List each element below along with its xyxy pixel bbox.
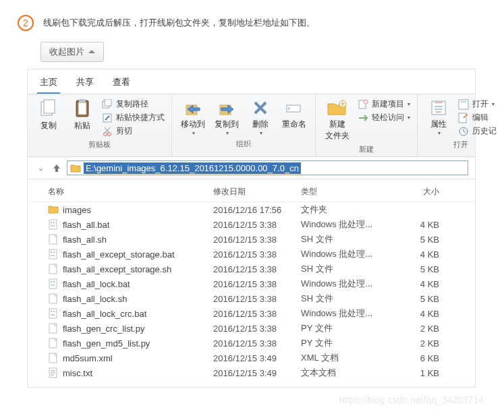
ribbon-group-open: 属性▾ 打开▾ 编辑 历史记 打开 xyxy=(418,94,503,156)
file-date: 2016/12/15 3:38 xyxy=(213,324,301,334)
svg-rect-18 xyxy=(49,220,57,229)
file-row[interactable]: flash_all.sh2016/12/15 3:38SH 文件5 KB xyxy=(28,232,475,247)
file-size: 5 KB xyxy=(385,294,439,304)
svg-point-27 xyxy=(51,281,52,282)
file-row[interactable]: flash_gen_crc_list.py2016/12/15 3:38PY 文… xyxy=(28,321,475,336)
svg-rect-1 xyxy=(44,100,55,113)
open-icon xyxy=(458,99,469,110)
address-field[interactable]: E:\gemini_images_6.12.15_20161215.0000.0… xyxy=(67,160,468,175)
delete-button[interactable]: 删除▾ xyxy=(245,97,276,138)
edit-button[interactable]: 编辑 xyxy=(458,112,497,123)
open-button[interactable]: 打开▾ xyxy=(458,98,497,110)
move-to-icon xyxy=(184,98,202,117)
file-explorer-window: 主页 共享 查看 复制 粘贴 复制路径 xyxy=(27,69,476,388)
file-row[interactable]: md5sum.xml2016/12/15 3:49XML 文档6 KB xyxy=(28,351,475,365)
file-row[interactable]: flash_all_lock.sh2016/12/15 3:38SH 文件5 K… xyxy=(28,291,475,306)
file-type-icon xyxy=(48,293,59,304)
ribbon-group-organize: 移动到▾ 复制到▾ 删除▾ 重命名 组织 xyxy=(172,94,316,156)
nav-chevron-down-icon[interactable]: ⌄ xyxy=(34,162,47,174)
file-row[interactable]: images2016/12/16 17:56文件夹 xyxy=(28,202,475,217)
copy-button[interactable]: 复制 xyxy=(33,97,64,133)
file-type: Windows 批处理... xyxy=(301,307,385,320)
file-date: 2016/12/15 3:38 xyxy=(213,264,301,274)
collapse-image-button[interactable]: 收起图片 xyxy=(40,42,104,62)
move-to-button[interactable]: 移动到▾ xyxy=(177,97,208,138)
delete-icon xyxy=(251,98,270,117)
rename-button[interactable]: 重命名 xyxy=(279,97,310,131)
column-header-name[interactable]: 名称 xyxy=(48,186,213,198)
ribbon-group-label-open: 打开 xyxy=(453,138,468,150)
file-type-icon xyxy=(48,234,59,245)
file-row[interactable]: misc.txt2016/12/15 3:49文本文档1 KB xyxy=(28,365,475,380)
new-item-icon xyxy=(358,99,368,110)
watermark-text: https://blog.csdn.net/qq_34203714 xyxy=(0,394,504,405)
file-type: PY 文件 xyxy=(301,322,385,334)
tab-home[interactable]: 主页 xyxy=(37,73,60,94)
file-row[interactable]: flash_all_lock.bat2016/12/15 3:38Windows… xyxy=(28,276,475,291)
file-date: 2016/12/15 3:38 xyxy=(213,249,301,260)
file-type: 文本文档 xyxy=(301,367,385,379)
file-row[interactable]: flash_all_except_storage.bat2016/12/15 3… xyxy=(28,247,475,262)
column-header-size[interactable]: 大小 xyxy=(385,186,439,198)
file-row[interactable]: flash_gen_md5_list.py2016/12/15 3:38PY 文… xyxy=(28,336,475,351)
nav-up-button[interactable] xyxy=(51,162,63,174)
tab-view[interactable]: 查看 xyxy=(110,73,133,94)
file-name: flash_all_lock_crc.bat xyxy=(63,309,146,319)
tab-share[interactable]: 共享 xyxy=(74,73,96,94)
file-name: flash_all.sh xyxy=(63,235,107,245)
cut-icon xyxy=(102,126,113,137)
file-row[interactable]: flash_all.bat2016/12/15 3:38Windows 批处理.… xyxy=(28,217,475,232)
svg-rect-22 xyxy=(49,249,57,259)
svg-point-31 xyxy=(51,311,52,312)
file-type: SH 文件 xyxy=(301,293,385,305)
easy-access-button[interactable]: 轻松访问▾ xyxy=(358,112,410,123)
paste-shortcut-button[interactable]: 粘贴快捷方式 xyxy=(102,112,165,123)
svg-rect-6 xyxy=(105,99,111,106)
paste-icon xyxy=(73,98,92,119)
column-header-type[interactable]: 类型 xyxy=(301,186,385,198)
ribbon-group-new: 新建 文件夹 新建项目▾ 轻松访问▾ 新建 xyxy=(316,94,418,156)
history-button[interactable]: 历史记 xyxy=(458,125,497,137)
svg-rect-35 xyxy=(49,353,57,363)
file-type-icon xyxy=(48,278,59,289)
svg-rect-30 xyxy=(49,309,57,318)
file-size: 5 KB xyxy=(385,235,439,245)
file-type-icon xyxy=(48,219,59,230)
svg-point-8 xyxy=(104,132,107,136)
copy-icon xyxy=(39,98,58,119)
file-size: 4 KB xyxy=(385,279,439,289)
folder-icon xyxy=(70,163,81,173)
paste-button[interactable]: 粘贴 xyxy=(67,97,98,133)
column-header-date[interactable]: 修改日期 xyxy=(213,186,301,198)
step-instruction-text: 线刷包下载完成后解压，打开线刷包文件夹，复制地址栏地址如下图。 xyxy=(43,17,315,29)
arrow-up-icon xyxy=(52,163,61,173)
file-row[interactable]: flash_all_except_storage.sh2016/12/15 3:… xyxy=(28,262,475,276)
file-name: flash_gen_crc_list.py xyxy=(63,324,144,334)
file-size: 2 KB xyxy=(385,324,439,334)
file-date: 2016/12/16 17:56 xyxy=(213,205,301,215)
file-date: 2016/12/15 3:38 xyxy=(213,235,301,245)
svg-rect-29 xyxy=(49,294,57,303)
file-type-icon xyxy=(48,367,59,378)
new-item-button[interactable]: 新建项目▾ xyxy=(358,98,410,110)
copy-path-button[interactable]: 复制路径 xyxy=(102,98,165,110)
svg-rect-16 xyxy=(459,113,466,123)
file-row[interactable]: flash_all_lock_crc.bat2016/12/15 3:38Win… xyxy=(28,306,475,321)
svg-rect-3 xyxy=(78,102,86,115)
file-type-icon xyxy=(48,323,59,334)
new-folder-button[interactable]: 新建 文件夹 xyxy=(321,97,354,143)
file-type: Windows 批处理... xyxy=(301,248,385,260)
svg-rect-21 xyxy=(49,235,57,244)
file-size: 4 KB xyxy=(385,220,439,230)
svg-point-24 xyxy=(53,251,55,253)
svg-point-19 xyxy=(51,222,52,223)
file-name: flash_all.bat xyxy=(63,220,109,230)
copy-to-button[interactable]: 复制到▾ xyxy=(211,97,242,138)
new-folder-icon xyxy=(327,98,348,117)
file-type: XML 文档 xyxy=(301,352,385,364)
properties-button[interactable]: 属性▾ xyxy=(423,97,454,138)
file-date: 2016/12/15 3:38 xyxy=(213,338,301,349)
ribbon-toolbar: 复制 粘贴 复制路径 粘贴快捷方式 xyxy=(28,94,475,157)
cut-button[interactable]: 剪切 xyxy=(102,125,165,137)
address-path-text: E:\gemini_images_6.12.15_20161215.0000.0… xyxy=(84,162,301,174)
